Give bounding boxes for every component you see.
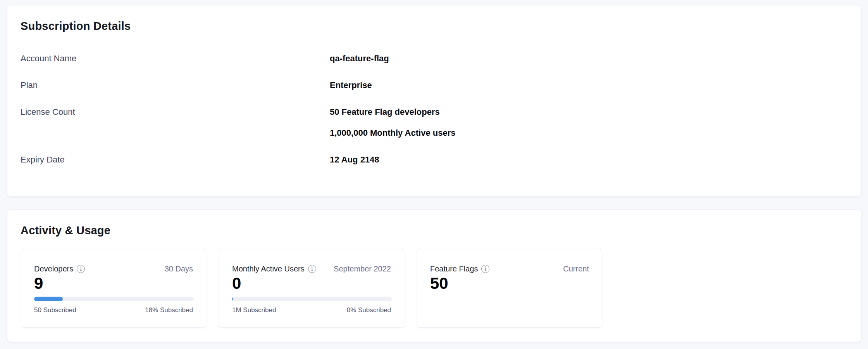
plan-value: Enterprise [330,80,372,90]
license-count-developers: 50 Feature Flag developers [330,107,455,117]
developers-metric-label: Developers [34,264,73,273]
developers-progress-fill [34,297,63,301]
mau-progress-bar [232,297,392,301]
mau-progress-fill [232,297,233,301]
subscription-details-title: Subscription Details [21,19,848,33]
mau-percent-label: 0% Subscribed [347,306,391,314]
usage-card-header: Monthly Active Users i September 2022 [232,264,391,273]
usage-card-developers: Developers i 30 Days 9 50 Subscribed 18%… [21,249,206,328]
account-name-label: Account Name [21,54,330,64]
mau-period-label: September 2022 [334,264,391,273]
info-icon-glyph: i [80,266,81,271]
expiry-date-label: Expiry Date [21,155,330,165]
subscription-details-card: Subscription Details Account Name qa-fea… [7,5,861,197]
usage-card-feature-flags: Feature Flags i Current 50 [417,249,602,328]
mau-count: 0 [232,274,391,293]
info-icon[interactable]: i [77,265,85,273]
developers-metric: Developers i [34,264,85,273]
developers-sub-labels: 50 Subscribed 18% Subscribed [34,306,193,314]
usage-card-header: Feature Flags i Current [430,264,589,273]
developers-period-label: 30 Days [165,264,193,273]
account-name-value: qa-feature-flag [330,54,389,64]
mau-metric: Monthly Active Users i [232,264,316,273]
feature-flags-metric-label: Feature Flags [430,264,478,273]
info-icon-glyph: i [311,266,313,271]
info-icon-glyph: i [485,266,486,271]
license-count-mau: 1,000,000 Monthly Active users [330,128,455,138]
feature-flags-count: 50 [430,274,589,293]
developers-progress-bar [34,297,194,301]
mau-subscribed-label: 1M Subscribed [232,306,276,314]
expiry-date-value: 12 Aug 2148 [330,155,379,165]
info-icon[interactable]: i [308,265,316,273]
subscription-details-rows: Account Name qa-feature-flag Plan Enterp… [21,54,848,165]
mau-metric-label: Monthly Active Users [232,264,305,273]
plan-label: Plan [21,80,330,90]
license-count-label: License Count [21,107,330,138]
detail-row-plan: Plan Enterprise [21,80,848,90]
info-icon[interactable]: i [481,265,489,273]
detail-row-account-name: Account Name qa-feature-flag [21,54,848,64]
license-count-value: 50 Feature Flag developers 1,000,000 Mon… [330,107,455,138]
usage-cards: Developers i 30 Days 9 50 Subscribed 18%… [21,249,861,328]
detail-row-license-count: License Count 50 Feature Flag developers… [21,107,848,138]
developers-count: 9 [34,274,193,293]
activity-usage-card: Activity & Usage Developers i 30 Days 9 … [7,209,861,342]
subscription-page: Subscription Details Account Name qa-fea… [0,0,868,349]
feature-flags-period-label: Current [563,264,589,273]
developers-percent-label: 18% Subscribed [145,306,193,314]
usage-card-monthly-active-users: Monthly Active Users i September 2022 0 … [219,249,404,328]
developers-subscribed-label: 50 Subscribed [34,306,76,314]
feature-flags-metric: Feature Flags i [430,264,489,273]
usage-card-header: Developers i 30 Days [34,264,193,273]
activity-usage-title: Activity & Usage [21,224,848,237]
mau-sub-labels: 1M Subscribed 0% Subscribed [232,306,391,314]
detail-row-expiry-date: Expiry Date 12 Aug 2148 [21,155,848,165]
